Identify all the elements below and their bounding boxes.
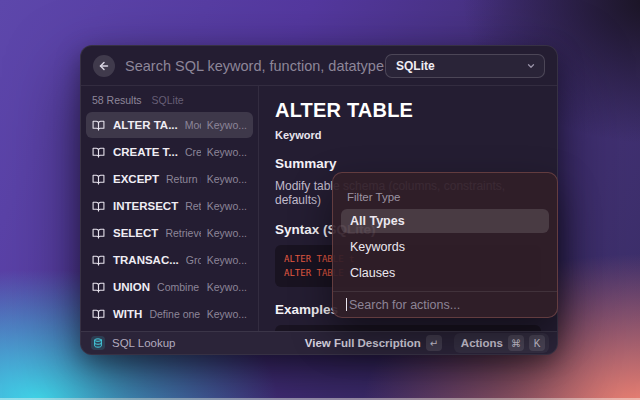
list-item-type: Keywo...: [207, 146, 247, 158]
filter-option-keywords[interactable]: Keywords: [341, 235, 549, 259]
summary-heading: Summary: [275, 156, 541, 171]
list-item[interactable]: CREATE T... Create a... Keywo...: [86, 139, 253, 165]
list-item-name: WITH: [113, 308, 142, 320]
list-item[interactable]: UNION Combine resul... Keywo...: [86, 274, 253, 300]
actions-search-placeholder: Search for actions...: [349, 298, 460, 312]
detail-type-badge: Keyword: [275, 129, 541, 141]
book-open-icon: [92, 281, 105, 294]
book-open-icon: [92, 227, 105, 240]
action-bar: SQL Lookup View Full Description ↵ Actio…: [81, 331, 557, 354]
list-item-desc: Define one or m...: [149, 308, 200, 320]
list-item-desc: Modify ta...: [185, 119, 201, 131]
list-item-desc: Return rows f...: [166, 173, 201, 185]
list-item[interactable]: WITH Define one or m... Keywo...: [86, 301, 253, 327]
results-engine-label: SQLite: [152, 94, 184, 106]
list-item[interactable]: EXCEPT Return rows f... Keywo...: [86, 166, 253, 192]
list-item[interactable]: TRANSAC... Group st... Keywo...: [86, 247, 253, 273]
list-item-desc: Retrieve colu...: [165, 227, 200, 239]
book-open-icon: [92, 254, 105, 267]
k-key-hint: K: [529, 335, 545, 351]
engine-select-value: SQLite: [396, 59, 526, 73]
arrow-left-icon: [98, 60, 110, 72]
book-open-icon: [92, 146, 105, 159]
list-item[interactable]: INTERSECT Return ro... Keywo...: [86, 193, 253, 219]
list-item-type: Keywo...: [207, 254, 247, 266]
primary-action-button[interactable]: View Full Description: [305, 337, 421, 349]
book-open-icon: [92, 119, 105, 132]
list-item-name: EXCEPT: [113, 173, 159, 185]
engine-select-dropdown[interactable]: SQLite: [385, 54, 545, 78]
list-item-name: CREATE T...: [113, 146, 178, 158]
list-item-type: Keywo...: [207, 200, 247, 212]
database-icon: [91, 336, 105, 350]
list-item-desc: Create a...: [185, 146, 201, 158]
list-item-name: UNION: [113, 281, 150, 293]
actions-label: Actions: [461, 337, 503, 349]
back-button[interactable]: [93, 55, 115, 77]
list-item[interactable]: ALTER TA... Modify ta... Keywo...: [86, 112, 253, 138]
book-open-icon: [92, 200, 105, 213]
list-item-name: TRANSAC...: [113, 254, 179, 266]
results-list-header: 58 Results SQLite: [86, 92, 253, 112]
list-item-desc: Group st...: [186, 254, 201, 266]
list-item-desc: Combine resul...: [157, 281, 201, 293]
book-open-icon: [92, 308, 105, 321]
book-open-icon: [92, 173, 105, 186]
list-item-name: ALTER TA...: [113, 119, 178, 131]
command-key-hint: ⌘: [508, 335, 524, 351]
list-item-desc: Return ro...: [185, 200, 201, 212]
text-caret: [346, 298, 347, 311]
results-count: 58 Results: [92, 94, 142, 106]
search-bar: Search SQL keyword, function, datatype, …: [81, 46, 557, 86]
detail-title: ALTER TABLE: [275, 99, 541, 122]
list-item[interactable]: SELECT Retrieve colu... Keywo...: [86, 220, 253, 246]
actions-search-input[interactable]: Search for actions...: [333, 292, 557, 317]
list-item-name: SELECT: [113, 227, 158, 239]
filter-option-clauses[interactable]: Clauses: [341, 261, 549, 285]
app-name: SQL Lookup: [112, 337, 176, 349]
list-item-type: Keywo...: [207, 119, 247, 131]
filter-section-header: Filter Type: [333, 191, 557, 203]
list-item-type: Keywo...: [207, 173, 247, 185]
filter-dropdown-overlay: Filter Type All Types Keywords Clauses S…: [332, 172, 558, 318]
actions-button[interactable]: Actions ⌘ K: [454, 333, 549, 353]
list-item-type: Keywo...: [207, 281, 247, 293]
results-list: 58 Results SQLite ALTER TA... Modify ta.…: [81, 86, 259, 331]
list-item-type: Keywo...: [207, 308, 247, 320]
list-item-type: Keywo...: [207, 227, 247, 239]
list-item-name: INTERSECT: [113, 200, 178, 212]
search-input[interactable]: Search SQL keyword, function, datatype, …: [125, 58, 385, 74]
filter-option-all-types[interactable]: All Types: [341, 209, 549, 233]
return-key-hint: ↵: [426, 335, 442, 351]
chevron-down-icon: [526, 61, 536, 71]
